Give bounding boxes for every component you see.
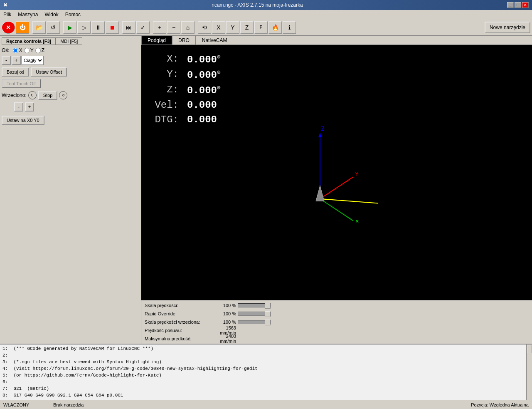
stop-button-toolbar[interactable]: ⏹ xyxy=(106,21,119,34)
status-rapid-slider[interactable] xyxy=(238,312,271,316)
menu-maszyna[interactable]: Maszyna xyxy=(15,11,41,18)
spindle-row: Wrzeciono: ↻ Stop ↺ xyxy=(2,91,139,100)
maximize-button[interactable]: □ xyxy=(515,2,521,8)
left-panel: Ręczna kontrola [F3] MDI [F5] Oś: X Y Z … xyxy=(0,36,141,344)
reload-button[interactable]: ↺ xyxy=(47,21,60,34)
status-max-speed-value: 2400 mm/min xyxy=(211,334,236,344)
position-status: Pozycja: Względna Aktualna xyxy=(446,402,529,407)
clear-button[interactable]: 🔥 xyxy=(268,21,282,34)
axis-x-radio[interactable]: X xyxy=(13,47,22,53)
tab-nativecam[interactable]: NativeCAM xyxy=(196,36,234,45)
code-line-6: 6: xyxy=(2,379,524,385)
title-bar-title: ncam.ngc - AXIS 2.7.15 na moja-frezarka xyxy=(212,2,303,8)
speed-down-button[interactable]: - xyxy=(14,102,23,112)
status-spindle-slider[interactable] xyxy=(238,320,271,324)
jog-minus-button[interactable]: - xyxy=(2,56,11,65)
power-button[interactable]: ⏻ xyxy=(16,21,29,34)
menu-widok[interactable]: Widok xyxy=(41,11,62,18)
jog-plus-button[interactable]: + xyxy=(12,56,21,65)
status-max-speed: Maksymalna prędkość: 2400 mm/min xyxy=(145,335,529,343)
svg-marker-8 xyxy=(318,133,322,137)
toolbar: ✕ ⏻ 📂 ↺ ▶ ▷ ⏸ ⏹ ⏭ ✓ + − ⌂ ⟲ X Y Z P 🔥 ℹ … xyxy=(0,19,532,36)
speed-up-button[interactable]: + xyxy=(25,102,34,112)
content-area: Ręczna kontrola [F3] MDI [F5] Oś: X Y Z … xyxy=(0,36,532,344)
viewport[interactable]: X: 0.000⊕ Y: 0.000⊕ Z: 0. xyxy=(141,45,532,300)
code-scroll: 1: (*** GCode generated by NativeCAM for… xyxy=(0,344,532,400)
status-speed-scale: Skala prędkości: 100 % xyxy=(145,301,529,310)
step-button[interactable]: ⏭ xyxy=(122,21,135,34)
status-feed-rate-label: Prędkość posuwu: xyxy=(145,328,211,333)
code-content: 1: (*** GCode generated by NativeCAM for… xyxy=(0,345,526,400)
estop-button[interactable]: ✕ xyxy=(2,21,15,34)
view-perspective-button[interactable]: P xyxy=(254,21,268,34)
view-toggle-button[interactable]: ⟲ xyxy=(198,21,211,34)
view-z-button[interactable]: Z xyxy=(240,21,254,34)
zoom-out-button[interactable]: − xyxy=(167,21,180,34)
set-x0y0-button[interactable]: Ustaw na X0 Y0 xyxy=(2,116,44,125)
svg-text:Z: Z xyxy=(321,125,325,132)
code-line-8: 8: G17 G40 G49 G90 G92.1 G94 G54 G64 p0.… xyxy=(2,392,524,399)
svg-line-4 xyxy=(320,199,378,203)
svg-line-5 xyxy=(320,199,353,221)
status-speed-scale-pct: 100 % xyxy=(211,303,236,308)
status-spindle-scale-pct: 100 % xyxy=(211,320,236,325)
tab-manual-control[interactable]: Ręczna kontrola [F3] xyxy=(2,37,56,45)
view-x-button[interactable]: X xyxy=(212,21,225,34)
tab-dro[interactable]: DRO xyxy=(172,36,196,45)
code-line-3: 3: (*.ngc files are best viewed with Syn… xyxy=(2,359,524,365)
new-tool-button[interactable]: Nowe narzędzie xyxy=(485,22,530,33)
tool-touch-off-row: Tool Touch Off xyxy=(2,79,139,88)
status-rapid-override: Rapid Override: 100 % xyxy=(145,310,529,318)
menu-bar: Plik Maszyna Widok Pomoc xyxy=(0,10,532,19)
machine-status: WŁĄCZONY xyxy=(3,402,53,407)
code-line-1: 1: (*** GCode generated by NativeCAM for… xyxy=(2,345,524,352)
menu-pomoc[interactable]: Pomoc xyxy=(62,11,84,18)
status-feed-rate: Prędkość posuwu: 1563 mm/min xyxy=(145,326,529,335)
app: ✖ ncam.ngc - AXIS 2.7.15 na moja-frezark… xyxy=(0,0,532,409)
status-max-speed-label: Maksymalna prędkość: xyxy=(145,336,211,341)
pause-button[interactable]: ⏸ xyxy=(91,21,105,34)
svg-text:✕: ✕ xyxy=(355,218,359,224)
home-view-button[interactable]: ⌂ xyxy=(181,21,195,34)
spindle-rev-icon[interactable]: ↺ xyxy=(59,91,67,99)
spindle-stop-button[interactable]: Stop xyxy=(38,91,58,100)
code-scrollbar[interactable] xyxy=(526,345,532,400)
spindle-fwd-icon[interactable]: ↻ xyxy=(28,91,37,99)
jog-mode-select[interactable]: Ciągły 0.001 0.01 0.1 1.0 xyxy=(22,56,44,65)
run-from-line-button[interactable]: ▷ xyxy=(77,21,91,34)
right-panel: Podgląd DRO NativeCAM X: 0.000⊕ Y: xyxy=(141,36,532,344)
scene-svg: Z Y ✕ xyxy=(141,45,532,300)
tool-touch-off-button[interactable]: Tool Touch Off xyxy=(2,79,41,88)
minimize-button[interactable]: _ xyxy=(507,2,514,8)
view-y-button[interactable]: Y xyxy=(226,21,239,34)
axis-row: Oś: X Y Z xyxy=(2,47,139,53)
run-button[interactable]: ▶ xyxy=(63,21,76,34)
info-button[interactable]: ℹ xyxy=(283,21,296,34)
code-line-7: 7: G21 (metric) xyxy=(2,385,524,392)
title-bar-icon: ✖ xyxy=(3,2,7,8)
menu-plik[interactable]: Plik xyxy=(0,11,15,18)
code-line-4: 4: (visit https://forum.linuxcnc.org/for… xyxy=(2,365,524,372)
viewport-tabs: Podgląd DRO NativeCAM xyxy=(141,36,532,45)
tab-podglad[interactable]: Podgląd xyxy=(141,36,172,45)
axis-y-radio[interactable]: Y xyxy=(24,47,34,53)
svg-marker-7 xyxy=(316,186,324,201)
homing-buttons: Bazuj oś Ustaw Offset xyxy=(2,67,139,77)
close-button[interactable]: ✕ xyxy=(522,2,529,8)
status-speed-scale-slider[interactable] xyxy=(238,303,271,307)
bottom-bar: WŁĄCZONY Brak narzędzia Pozycja: Względn… xyxy=(0,400,532,409)
status-spindle-scale-label: Skala prędkości wrzeciona: xyxy=(145,320,211,325)
tool-status: Brak narzędzia xyxy=(53,402,446,407)
status-rapid-override-label: Rapid Override: xyxy=(145,311,211,316)
zoom-in-button[interactable]: + xyxy=(153,21,166,34)
verify-button[interactable]: ✓ xyxy=(136,21,150,34)
status-rapid-override-pct: 100 % xyxy=(211,311,236,316)
svg-line-2 xyxy=(320,177,353,199)
open-button[interactable]: 📂 xyxy=(32,21,46,34)
status-speed-scale-label: Skala prędkości: xyxy=(145,303,211,308)
svg-text:Y: Y xyxy=(355,171,359,177)
home-axis-button[interactable]: Bazuj oś xyxy=(2,67,29,77)
axis-z-radio[interactable]: Z xyxy=(35,47,44,53)
set-offset-button[interactable]: Ustaw Offset xyxy=(31,67,67,77)
tab-mdi[interactable]: MDI [F5] xyxy=(56,37,82,45)
